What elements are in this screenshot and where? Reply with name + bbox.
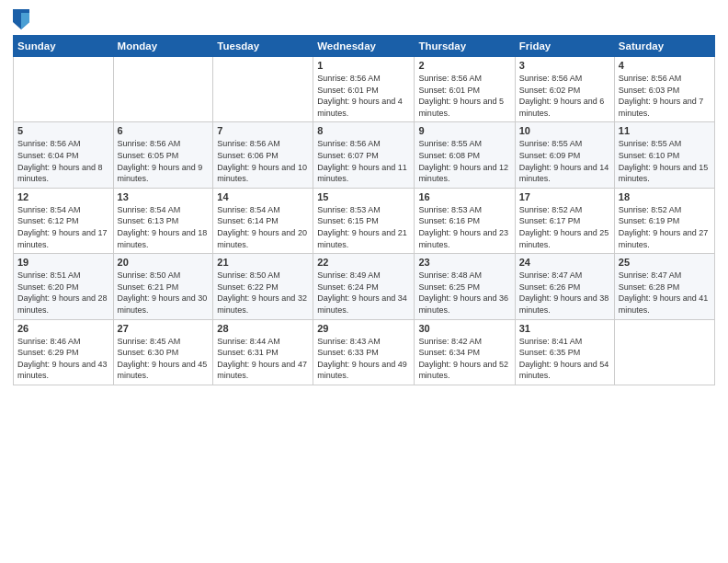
weekday-header-row: SundayMondayTuesdayWednesdayThursdayFrid…: [14, 36, 715, 57]
day-info: Sunrise: 8:50 AM Sunset: 6:22 PM Dayligh…: [217, 270, 309, 316]
day-number: 12: [17, 191, 109, 202]
calendar-table: SundayMondayTuesdayWednesdayThursdayFrid…: [13, 35, 715, 385]
day-number: 19: [17, 257, 109, 268]
day-info: Sunrise: 8:56 AM Sunset: 6:05 PM Dayligh…: [118, 138, 210, 184]
weekday-header-monday: Monday: [113, 36, 213, 57]
day-cell: 13Sunrise: 8:54 AM Sunset: 6:13 PM Dayli…: [113, 188, 213, 253]
day-number: 7: [217, 125, 309, 136]
day-number: 27: [118, 323, 210, 334]
weekday-header-tuesday: Tuesday: [213, 36, 313, 57]
day-cell: 11Sunrise: 8:55 AM Sunset: 6:10 PM Dayli…: [614, 122, 714, 188]
day-info: Sunrise: 8:45 AM Sunset: 6:30 PM Dayligh…: [118, 336, 210, 382]
day-cell: 18Sunrise: 8:52 AM Sunset: 6:19 PM Dayli…: [614, 188, 714, 253]
page: SundayMondayTuesdayWednesdayThursdayFrid…: [0, 0, 728, 563]
day-info: Sunrise: 8:41 AM Sunset: 6:35 PM Dayligh…: [519, 336, 610, 382]
day-number: 17: [519, 191, 610, 202]
day-cell: [14, 57, 114, 122]
day-cell: 17Sunrise: 8:52 AM Sunset: 6:17 PM Dayli…: [515, 188, 614, 253]
day-number: 3: [519, 60, 610, 71]
day-info: Sunrise: 8:47 AM Sunset: 6:28 PM Dayligh…: [619, 270, 711, 316]
day-info: Sunrise: 8:56 AM Sunset: 6:02 PM Dayligh…: [519, 73, 610, 119]
day-cell: 29Sunrise: 8:43 AM Sunset: 6:33 PM Dayli…: [313, 319, 415, 385]
day-number: 30: [418, 323, 510, 334]
day-info: Sunrise: 8:56 AM Sunset: 6:06 PM Dayligh…: [217, 138, 309, 184]
day-number: 11: [619, 125, 711, 136]
header: [13, 9, 715, 29]
day-number: 23: [418, 257, 510, 268]
day-number: 22: [317, 257, 410, 268]
day-number: 9: [418, 125, 510, 136]
day-info: Sunrise: 8:56 AM Sunset: 6:01 PM Dayligh…: [317, 73, 410, 119]
week-row-3: 12Sunrise: 8:54 AM Sunset: 6:12 PM Dayli…: [14, 188, 715, 253]
day-number: 14: [217, 191, 309, 202]
day-cell: 8Sunrise: 8:56 AM Sunset: 6:07 PM Daylig…: [313, 122, 415, 188]
day-info: Sunrise: 8:54 AM Sunset: 6:14 PM Dayligh…: [217, 204, 309, 250]
day-cell: 7Sunrise: 8:56 AM Sunset: 6:06 PM Daylig…: [213, 122, 313, 188]
day-cell: 16Sunrise: 8:53 AM Sunset: 6:16 PM Dayli…: [415, 188, 515, 253]
day-cell: 19Sunrise: 8:51 AM Sunset: 6:20 PM Dayli…: [14, 254, 114, 319]
weekday-header-friday: Friday: [515, 36, 614, 57]
day-cell: 28Sunrise: 8:44 AM Sunset: 6:31 PM Dayli…: [213, 319, 313, 385]
day-cell: 21Sunrise: 8:50 AM Sunset: 6:22 PM Dayli…: [213, 254, 313, 319]
day-number: 1: [317, 60, 410, 71]
day-cell: 26Sunrise: 8:46 AM Sunset: 6:29 PM Dayli…: [14, 319, 114, 385]
day-cell: 23Sunrise: 8:48 AM Sunset: 6:25 PM Dayli…: [415, 254, 515, 319]
day-number: 8: [317, 125, 410, 136]
day-number: 25: [619, 257, 711, 268]
day-info: Sunrise: 8:51 AM Sunset: 6:20 PM Dayligh…: [17, 270, 109, 316]
day-info: Sunrise: 8:47 AM Sunset: 6:26 PM Dayligh…: [519, 270, 610, 316]
day-info: Sunrise: 8:55 AM Sunset: 6:08 PM Dayligh…: [418, 138, 510, 184]
day-info: Sunrise: 8:55 AM Sunset: 6:09 PM Dayligh…: [519, 138, 610, 184]
day-info: Sunrise: 8:48 AM Sunset: 6:25 PM Dayligh…: [418, 270, 510, 316]
day-cell: 27Sunrise: 8:45 AM Sunset: 6:30 PM Dayli…: [113, 319, 213, 385]
day-cell: 6Sunrise: 8:56 AM Sunset: 6:05 PM Daylig…: [113, 122, 213, 188]
day-number: 29: [317, 323, 410, 334]
weekday-header-sunday: Sunday: [14, 36, 114, 57]
day-cell: [213, 57, 313, 122]
day-number: 28: [217, 323, 309, 334]
weekday-header-saturday: Saturday: [614, 36, 714, 57]
day-number: 5: [17, 125, 109, 136]
day-number: 16: [418, 191, 510, 202]
day-cell: [113, 57, 213, 122]
day-info: Sunrise: 8:55 AM Sunset: 6:10 PM Dayligh…: [619, 138, 711, 184]
day-info: Sunrise: 8:50 AM Sunset: 6:21 PM Dayligh…: [118, 270, 210, 316]
weekday-header-wednesday: Wednesday: [313, 36, 415, 57]
day-cell: 25Sunrise: 8:47 AM Sunset: 6:28 PM Dayli…: [614, 254, 714, 319]
week-row-5: 26Sunrise: 8:46 AM Sunset: 6:29 PM Dayli…: [14, 319, 715, 385]
day-info: Sunrise: 8:54 AM Sunset: 6:12 PM Dayligh…: [17, 204, 109, 250]
logo: [13, 9, 31, 29]
logo-icon: [13, 9, 29, 29]
day-info: Sunrise: 8:49 AM Sunset: 6:24 PM Dayligh…: [317, 270, 410, 316]
day-number: 6: [118, 125, 210, 136]
day-cell: 5Sunrise: 8:56 AM Sunset: 6:04 PM Daylig…: [14, 122, 114, 188]
day-info: Sunrise: 8:56 AM Sunset: 6:03 PM Dayligh…: [619, 73, 711, 119]
day-number: 10: [519, 125, 610, 136]
day-number: 24: [519, 257, 610, 268]
day-info: Sunrise: 8:56 AM Sunset: 6:01 PM Dayligh…: [418, 73, 510, 119]
day-cell: 10Sunrise: 8:55 AM Sunset: 6:09 PM Dayli…: [515, 122, 614, 188]
day-number: 20: [118, 257, 210, 268]
week-row-4: 19Sunrise: 8:51 AM Sunset: 6:20 PM Dayli…: [14, 254, 715, 319]
day-info: Sunrise: 8:46 AM Sunset: 6:29 PM Dayligh…: [17, 336, 109, 382]
day-cell: 20Sunrise: 8:50 AM Sunset: 6:21 PM Dayli…: [113, 254, 213, 319]
day-info: Sunrise: 8:52 AM Sunset: 6:19 PM Dayligh…: [619, 204, 711, 250]
day-cell: 12Sunrise: 8:54 AM Sunset: 6:12 PM Dayli…: [14, 188, 114, 253]
day-number: 26: [17, 323, 109, 334]
day-info: Sunrise: 8:44 AM Sunset: 6:31 PM Dayligh…: [217, 336, 309, 382]
day-cell: 15Sunrise: 8:53 AM Sunset: 6:15 PM Dayli…: [313, 188, 415, 253]
day-number: 13: [118, 191, 210, 202]
day-number: 21: [217, 257, 309, 268]
day-info: Sunrise: 8:54 AM Sunset: 6:13 PM Dayligh…: [118, 204, 210, 250]
day-cell: 9Sunrise: 8:55 AM Sunset: 6:08 PM Daylig…: [415, 122, 515, 188]
day-info: Sunrise: 8:53 AM Sunset: 6:16 PM Dayligh…: [418, 204, 510, 250]
day-cell: [614, 319, 714, 385]
week-row-1: 1Sunrise: 8:56 AM Sunset: 6:01 PM Daylig…: [14, 57, 715, 122]
day-number: 4: [619, 60, 711, 71]
weekday-header-thursday: Thursday: [415, 36, 515, 57]
day-info: Sunrise: 8:42 AM Sunset: 6:34 PM Dayligh…: [418, 336, 510, 382]
day-number: 15: [317, 191, 410, 202]
day-number: 2: [418, 60, 510, 71]
day-cell: 1Sunrise: 8:56 AM Sunset: 6:01 PM Daylig…: [313, 57, 415, 122]
day-cell: 30Sunrise: 8:42 AM Sunset: 6:34 PM Dayli…: [415, 319, 515, 385]
